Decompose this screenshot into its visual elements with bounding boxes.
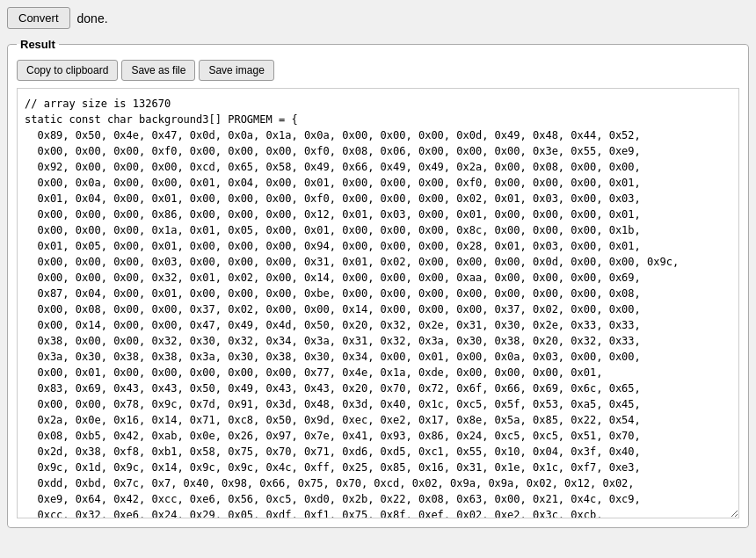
status-text: done.	[77, 11, 108, 25]
convert-button[interactable]: Convert	[7, 7, 70, 29]
copy-clipboard-button[interactable]: Copy to clipboard	[17, 60, 118, 81]
result-legend: Result	[17, 38, 59, 51]
result-toolbar: Copy to clipboard Save as file Save imag…	[17, 60, 739, 81]
code-output[interactable]: // array size is 132670 static const cha…	[17, 88, 739, 518]
save-image-button[interactable]: Save image	[199, 60, 273, 81]
save-file-button[interactable]: Save as file	[121, 60, 195, 81]
result-fieldset: Result Copy to clipboard Save as file Sa…	[7, 38, 749, 528]
top-bar: Convert done.	[7, 7, 749, 29]
